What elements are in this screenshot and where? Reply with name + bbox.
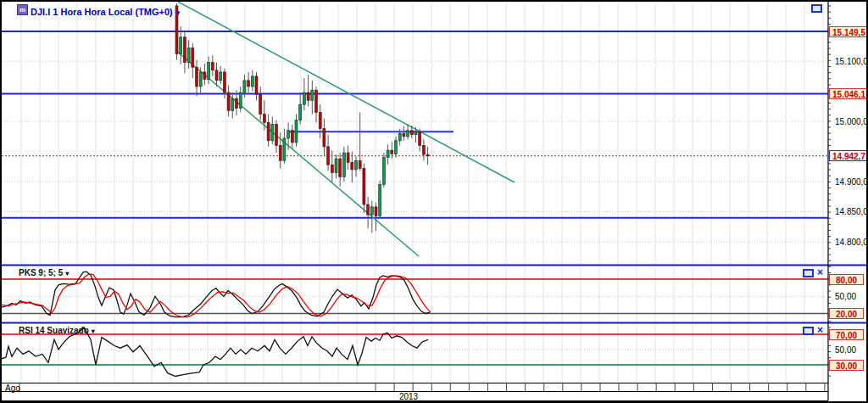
candle-body	[223, 72, 225, 92]
candle-body	[335, 159, 337, 172]
candle-body	[375, 207, 377, 216]
symbol-selector[interactable]: DJI.I 1 Hora Hora Local (TMG+0)▾	[31, 3, 180, 19]
chevron-down-icon: ▾	[65, 270, 69, 277]
candle-body	[307, 92, 309, 100]
pks-indicator-selector[interactable]: PKS 9; 5; 5▾	[19, 268, 69, 277]
candle-body	[236, 98, 238, 108]
candle-body	[180, 37, 182, 54]
pks-panel-restore-button[interactable]	[803, 269, 814, 277]
candle-body	[419, 132, 421, 145]
candle-body	[271, 125, 274, 141]
candle-body	[227, 92, 230, 110]
rsi-panel-restore-button[interactable]	[803, 327, 814, 335]
candle-body	[192, 48, 194, 68]
indicator-line-signal	[2, 274, 431, 317]
candle-body	[355, 160, 358, 170]
candle-body	[359, 160, 361, 168]
rsi-panel-close-icon[interactable]: ×	[815, 326, 825, 335]
candle-body	[426, 154, 429, 156]
candle-body	[387, 150, 389, 158]
candle-body	[259, 94, 262, 114]
rsi-indicator-selector[interactable]: RSI 14 Suavizado▾	[19, 326, 95, 335]
pks-label: PKS 9; 5; 5	[19, 268, 63, 277]
candle-body	[391, 150, 393, 154]
candle-body	[231, 98, 234, 110]
candle-body	[367, 204, 370, 215]
candle-body	[299, 104, 302, 120]
main-panel-restore-button[interactable]	[811, 4, 822, 13]
trendline	[175, 50, 419, 256]
candle-body	[283, 138, 286, 160]
candle-body	[410, 131, 413, 135]
candle-body	[395, 141, 398, 154]
candle-body	[251, 76, 253, 87]
chart-canvas	[2, 2, 868, 401]
candle-body	[248, 81, 250, 87]
chart-window: m DJI.I 1 Hora Hora Local (TMG+0)▾ 15.14…	[0, 0, 868, 403]
candle-body	[379, 185, 381, 216]
candle-body	[220, 72, 222, 81]
candle-body	[315, 90, 318, 112]
candle-body	[275, 125, 278, 146]
candle-body	[279, 145, 281, 160]
candle-body	[215, 70, 218, 81]
candle-body	[331, 165, 333, 172]
candle-body	[196, 67, 198, 87]
chevron-down-icon: ▾	[92, 327, 95, 335]
candle-body	[243, 81, 246, 92]
app-icon: m	[17, 4, 28, 15]
time-axis[interactable]	[2, 383, 828, 401]
candle-body	[363, 168, 365, 204]
candle-body	[239, 92, 242, 108]
candle-body	[263, 115, 265, 123]
candle-body	[255, 76, 258, 94]
candle-body	[323, 129, 326, 147]
price-axis[interactable]	[828, 2, 868, 383]
candle-body	[398, 133, 401, 141]
candle-body	[187, 48, 190, 63]
candle-body	[211, 63, 214, 70]
candle-body	[199, 72, 202, 87]
candle-body	[407, 131, 409, 137]
candle-body	[319, 112, 321, 128]
candle-body	[403, 133, 405, 137]
candle-body	[267, 123, 270, 141]
candle-body	[351, 162, 353, 170]
candle-body	[183, 37, 186, 63]
candle-body	[422, 145, 425, 154]
candle-body	[203, 72, 206, 80]
chart-title: DJI.I 1 Hora Hora Local (TMG+0)	[31, 7, 173, 17]
candle-body	[295, 120, 298, 143]
candle-body	[415, 132, 417, 135]
pks-panel-close-icon[interactable]: ×	[815, 268, 825, 277]
candle-body	[339, 159, 342, 176]
candle-body	[208, 63, 210, 80]
candle-body	[342, 153, 345, 176]
candle-body	[382, 158, 385, 185]
rsi-label: RSI 14 Suavizado	[19, 326, 89, 335]
candle-body	[327, 147, 330, 165]
chevron-down-icon: ▾	[176, 8, 181, 17]
candle-body	[291, 131, 293, 143]
candle-body	[370, 207, 373, 215]
candle-body	[303, 92, 305, 104]
candle-body	[311, 90, 314, 100]
candle-body	[347, 153, 349, 162]
candle-body	[287, 131, 290, 138]
